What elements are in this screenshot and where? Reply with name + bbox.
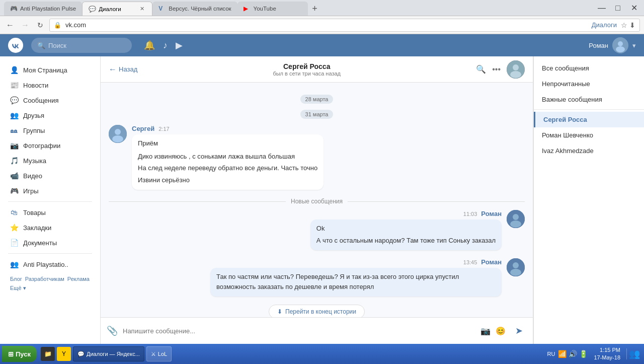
new-messages-divider: Новые сообщения [109, 198, 525, 205]
start-icon: ⊞ [8, 350, 14, 358]
address-bar[interactable]: 🔒 vk.com Диалоги ☆ ⬇ [49, 19, 640, 32]
roman-name-2: Роман [481, 258, 502, 266]
start-label: Пуск [16, 350, 31, 358]
footer-blog-link[interactable]: Блог [10, 276, 22, 282]
sidebar-item-bookmarks[interactable]: ⭐ Закладки [0, 220, 100, 235]
panel-unread[interactable]: Непрочитанные [534, 76, 644, 92]
tab1-favicon: 🎮 [10, 5, 17, 12]
music-icon[interactable]: ♪ [163, 40, 168, 51]
battery-icon: 🔋 [579, 350, 588, 358]
camera-icon[interactable]: 📷 [480, 326, 491, 336]
panel-divider [534, 109, 644, 110]
date-label-1: 28 марта [300, 95, 334, 104]
search-icon: 🔍 [37, 42, 45, 49]
sidebar-item-photos[interactable]: 📷 Фотографии [0, 138, 100, 153]
roman-text-1b: А что с остальным народом? Там тоже тип … [316, 236, 496, 246]
start-button[interactable]: ⊞ Пуск [2, 346, 37, 362]
vk-logo[interactable] [8, 38, 23, 53]
sidebar-item-news[interactable]: 📰 Новости [0, 78, 100, 93]
sidebar-item-docs[interactable]: 📄 Документы [0, 235, 100, 250]
vk-sidebar: 👤 Моя Страница 📰 Новости 💬 Сообщения 👥 Д… [0, 56, 101, 344]
sidebar-item-games[interactable]: 🎮 Игры [0, 183, 100, 198]
sergey-name: Сергей [132, 125, 154, 132]
roman-msg-header-1: Роман 11:03 [310, 210, 502, 217]
roman-avatar-2 [507, 258, 525, 276]
send-button[interactable]: ➤ [511, 323, 527, 339]
chat-area: ← Назад Сергей Росса был в сети три часа… [101, 56, 533, 344]
panel-important[interactable]: Важные сообщения [534, 92, 644, 107]
refresh-button[interactable]: ↻ [34, 19, 46, 31]
vk-username: Роман [589, 42, 608, 49]
tab2-close-button[interactable]: ✕ [138, 5, 146, 13]
emoji-icon[interactable]: 😊 [496, 326, 506, 336]
browser-tab-1[interactable]: 🎮 Anti Playstation Pulse [4, 2, 82, 16]
notifications-icon[interactable]: 🔔 [144, 40, 155, 51]
chat-more-icon[interactable]: ••• [492, 65, 501, 74]
chat-search-icon[interactable]: 🔍 [476, 64, 486, 74]
sidebar-item-friends[interactable]: 👥 Друзья [0, 108, 100, 123]
close-button[interactable]: ✕ [628, 2, 640, 14]
community-icon: 👥 [10, 260, 18, 268]
footer-dev-link[interactable]: Разработчикам [25, 276, 64, 282]
vk-main: 👤 Моя Страница 📰 Новости 💬 Сообщения 👥 Д… [0, 56, 644, 344]
sidebar-item-video[interactable]: 📹 Видео [0, 168, 100, 183]
footer-ads-link[interactable]: Реклама [67, 276, 90, 282]
sidebar-item-community[interactable]: 👥 Anti Playstatio.. [0, 257, 100, 272]
sidebar-label-news: Новости [23, 82, 48, 89]
vk-header: 🔍 Поиск 🔔 ♪ ▶ Роман ▾ [0, 34, 644, 56]
search-placeholder: Поиск [48, 42, 66, 49]
message-group-roman-2: Роман 13:45 Так по частям или часть? Пер… [109, 258, 525, 297]
vk-search-box[interactable]: 🔍 Поиск [31, 38, 132, 53]
chat-username: Сергей Росса [143, 62, 470, 70]
footer-more-link[interactable]: Ещё ▾ [10, 285, 26, 292]
sergey-msg-bubble: Приём Дико извиняюсь , с соньками лажа в… [132, 134, 324, 190]
roman-text-1a: Ok [316, 224, 496, 234]
vk-user-avatar [612, 37, 628, 53]
sidebar-item-groups[interactable]: 🏘 Группы [0, 123, 100, 138]
taskbar-dialogs-button[interactable]: 💬 Диалоги — Яндекс... [73, 346, 144, 361]
sergey-avatar [109, 125, 127, 143]
sidebar-item-messages[interactable]: 💬 Сообщения [0, 93, 100, 108]
browser-tab-4[interactable]: ▶ YouTube [237, 2, 308, 16]
minimize-button[interactable]: ― [596, 2, 608, 14]
panel-contact-ivaz[interactable]: Ivaz Akhmedzade [534, 143, 644, 159]
panel-all-messages[interactable]: Все сообщения [534, 60, 644, 76]
sidebar-item-music[interactable]: 🎵 Музыка [0, 153, 100, 168]
vk-app: 🔍 Поиск 🔔 ♪ ▶ Роман ▾ 👤 Моя [0, 34, 644, 344]
scroll-to-end-button[interactable]: ⬇ Перейти в конец истории [269, 305, 365, 317]
browser-tab-3[interactable]: V Версус. Чёрный список [152, 2, 237, 16]
back-button[interactable]: ← [4, 19, 16, 31]
chat-back-button[interactable]: ← Назад [109, 65, 137, 74]
tab2-favicon: 💬 [89, 6, 96, 13]
photos-icon: 📷 [10, 141, 18, 150]
download-icon[interactable]: ⬇ [629, 21, 635, 29]
user-dropdown-icon: ▾ [632, 42, 636, 49]
panel-contact-roman[interactable]: Роман Шевченко [534, 127, 644, 143]
app1-icon: 📁 [44, 350, 52, 357]
scroll-to-end-container: ⬇ Перейти в конец истории [109, 305, 525, 317]
vk-header-icons: 🔔 ♪ ▶ [144, 40, 183, 51]
video-icon[interactable]: ▶ [176, 40, 183, 51]
new-tab-button[interactable]: + [308, 2, 322, 16]
maximize-button[interactable]: □ [612, 2, 624, 14]
bookmark-icon[interactable]: ☆ [621, 21, 627, 29]
message-input[interactable] [123, 327, 475, 335]
sidebar-label-games: Игры [23, 187, 39, 195]
message-group-roman-1: Роман 11:03 Ok А что с остальным народом… [109, 210, 525, 250]
taskbar-lol-button[interactable]: ⚔ LoL [146, 346, 172, 361]
show-desktop-icon[interactable]: 👥 [626, 348, 640, 359]
sidebar-item-mypage[interactable]: 👤 Моя Страница [0, 62, 100, 78]
panel-contact-sergey[interactable]: Сергей Росса [534, 112, 644, 127]
attach-button[interactable]: 📎 [107, 325, 118, 336]
taskbar-sys-icons: 📶 🔊 🔋 [558, 350, 588, 358]
roman-msg-content-1: Роман 11:03 Ok А что с остальным народом… [310, 210, 502, 250]
browser-tab-2[interactable]: 💬 Диалоги ✕ [82, 2, 152, 16]
sidebar-item-shop[interactable]: 🛍 Товары [0, 205, 100, 220]
taskbar-right: RU 📶 🔊 🔋 1:15 PM 17-May-18 👥 [547, 346, 642, 362]
forward-button[interactable]: → [19, 19, 31, 31]
sidebar-label-docs: Документы [23, 239, 57, 247]
taskbar-app-1[interactable]: 📁 [41, 347, 55, 361]
taskbar-app-2[interactable]: Y [57, 347, 71, 361]
sidebar-footer: Блог Разработчикам Реклама Ещё ▾ [0, 272, 100, 296]
vk-user-profile[interactable]: Роман ▾ [589, 37, 636, 53]
